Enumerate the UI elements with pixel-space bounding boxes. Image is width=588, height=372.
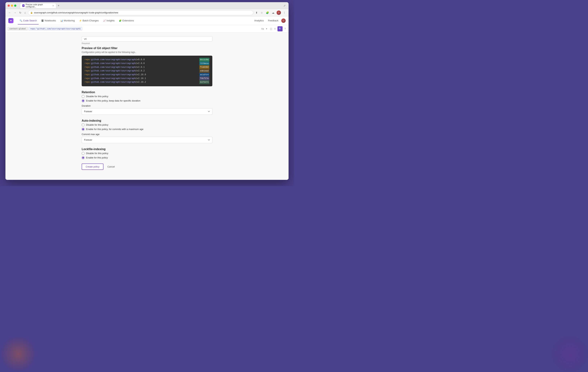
auto-indexing-section: Auto-indexing Disable for this policy En… [82, 119, 212, 143]
close-button[interactable] [8, 5, 10, 7]
git-repo-label: repo: [84, 77, 91, 80]
git-row: repo:github.com/sourcegraph/sourcegraph@… [84, 80, 210, 84]
cancel-button[interactable]: Cancel [105, 164, 117, 170]
nav-item-code-search[interactable]: 🔍 Code Search [18, 18, 39, 23]
retention-enable-option[interactable]: Enable for this policy, keep data for sp… [82, 99, 212, 102]
top-input-value: v4 [84, 38, 87, 40]
share-icon[interactable]: ⬆ [255, 10, 258, 15]
browser-actions: ⬆ ☆ 🧩 ☁ U ⋮ [255, 10, 286, 15]
nav-right: Analytics Feedback U [253, 18, 286, 23]
extensions-icon[interactable]: 🧩 [265, 10, 270, 15]
git-hash: ac1d7c4 [199, 73, 210, 77]
git-tag: v2.10.0 [137, 73, 146, 76]
retention-enable-label: Enable for this policy, keep data for sp… [86, 99, 140, 102]
active-tab[interactable]: ✦ Precise code graph configurat... ✕ [20, 3, 56, 8]
url-bar[interactable]: 🔒 sourcegraph.com/github.com/sourcegraph… [28, 10, 253, 15]
git-row: repo:github.com/sourcegraph/sourcegraph@… [84, 65, 210, 69]
repo-filter-tag[interactable]: repo:^github\.com/sourcegraph/sourcegrap… [29, 27, 82, 30]
git-tag: v2.10.2 [137, 81, 146, 83]
window-control-icon[interactable]: ⤢ [283, 3, 286, 8]
notebooks-nav-icon: 📓 [41, 20, 44, 22]
nav-item-insights[interactable]: 📈 Insights [101, 18, 116, 23]
auto-indexing-disable-radio[interactable] [82, 123, 84, 126]
git-tag: v2.0.1 [137, 66, 145, 69]
git-hash: 7278eca [199, 62, 210, 65]
create-policy-button[interactable]: Create policy [82, 163, 104, 170]
nav-items: 🔍 Code Search 📓 Notebooks 📊 Monitoring ⚡… [18, 18, 248, 23]
auto-indexing-disable-option[interactable]: Disable for this policy [82, 123, 212, 126]
retention-disable-option[interactable]: Disable for this policy [82, 95, 212, 98]
duration-select[interactable]: Forever 1 year 6 months 3 months 1 month [82, 108, 212, 115]
git-tag: v2.10.1 [137, 77, 146, 80]
commit-max-age-label: Commit max age [82, 133, 212, 136]
tab-bar: ✦ Precise code graph configurat... ✕ + [20, 3, 281, 8]
tab-close-icon[interactable]: ✕ [52, 5, 54, 7]
search-bar: context:global repo:^github\.com/sourceg… [5, 25, 289, 33]
back-button[interactable]: ← [8, 10, 12, 15]
feedback-nav-item[interactable]: Feedback [267, 18, 280, 23]
new-tab-button[interactable]: + [57, 4, 60, 7]
retention-enable-radio[interactable] [82, 99, 84, 102]
lockfile-enable-option[interactable]: Enable for this policy [82, 156, 212, 159]
search-submit-button[interactable]: 🔍 [277, 26, 283, 31]
minimize-button[interactable] [11, 5, 13, 7]
retention-radio-group: Disable for this policy Enable for this … [82, 95, 212, 102]
more-options-icon[interactable]: ⋮ [282, 10, 286, 15]
git-repo-label: repo: [84, 62, 91, 65]
user-avatar-nav[interactable]: U [281, 19, 286, 23]
code-search-label: Code Search [23, 19, 37, 22]
tab-title: Precise code graph configurat... [26, 3, 51, 8]
profile-sync-icon[interactable]: ☁ [271, 10, 275, 15]
context-tag[interactable]: context:global [8, 27, 28, 30]
retention-disable-label: Disable for this policy [86, 95, 108, 98]
git-preview-desc: Configuration policy will be applied to … [82, 51, 212, 53]
bracket-icon[interactable]: [ ] [269, 27, 273, 31]
git-row: repo:github.com/sourcegraph/sourcegraph@… [84, 77, 210, 80]
user-avatar[interactable]: U [277, 10, 281, 15]
url-text: sourcegraph.com/github.com/sourcegraph/s… [34, 11, 118, 14]
search-nav-icon: 🔍 [20, 20, 22, 22]
lockfile-disable-option[interactable]: Disable for this policy [82, 152, 212, 155]
smart-search-icon[interactable]: ✦ [265, 27, 268, 31]
app-logo[interactable]: ✦ [8, 18, 13, 23]
lockfile-disable-radio[interactable] [82, 152, 84, 155]
git-path: github.com/sourcegraph/sourcegraph [91, 66, 136, 69]
commit-max-age-select[interactable]: Forever 1 year 6 months 3 months 1 month [82, 137, 212, 143]
git-hash: fca930d [199, 65, 210, 69]
help-icon[interactable]: ? [284, 27, 286, 31]
git-repo-label: repo: [84, 66, 91, 69]
lockfile-enable-label: Enable for this policy [86, 156, 108, 159]
title-bar: ✦ Precise code graph configurat... ✕ + ⤢ [5, 2, 289, 9]
forward-button[interactable]: → [13, 10, 17, 15]
reload-button[interactable]: ↻ [19, 10, 22, 15]
git-repo-label: repo: [84, 70, 91, 72]
auto-indexing-disable-label: Disable for this policy [86, 123, 108, 126]
nav-item-extensions[interactable]: 🧩 Extensions [117, 18, 136, 23]
git-path: github.com/sourcegraph/sourcegraph [91, 62, 136, 65]
lockfile-enable-radio[interactable] [82, 156, 84, 159]
auto-indexing-title: Auto-indexing [82, 119, 212, 122]
auto-indexing-enable-option[interactable]: Enable for this policy, for commits with… [82, 128, 212, 131]
address-bar: ← → ↻ ⌂ 🔒 sourcegraph.com/github.com/sou… [5, 9, 289, 16]
retention-disable-radio[interactable] [82, 95, 84, 98]
nav-item-monitoring[interactable]: 📊 Monitoring [58, 18, 77, 23]
git-tag: v2.0.0 [137, 62, 145, 65]
nav-item-notebooks[interactable]: 📓 Notebooks [39, 18, 58, 23]
git-tag: v0.0.0 [137, 58, 145, 61]
git-row: repo:github.com/sourcegraph/sourcegraph@… [84, 58, 210, 62]
notebooks-label: Notebooks [45, 19, 56, 22]
tab-favicon: ✦ [22, 4, 24, 7]
search-input[interactable] [83, 26, 261, 31]
git-row: repo:github.com/sourcegraph/sourcegraph@… [84, 73, 210, 77]
auto-indexing-enable-label: Enable for this policy, for commits with… [86, 128, 143, 131]
analytics-nav-item[interactable]: Analytics [253, 18, 265, 23]
auto-indexing-enable-radio[interactable] [82, 128, 84, 131]
git-path: github.com/sourcegraph/sourcegraph [91, 70, 136, 72]
nav-item-batch-changes[interactable]: ⚡ Batch Changes [77, 18, 101, 23]
git-path: github.com/sourcegraph/sourcegraph [91, 73, 136, 76]
home-button[interactable]: ⌂ [24, 10, 27, 15]
bookmark-icon[interactable]: ☆ [260, 10, 264, 15]
lockfile-section: Lockfile-indexing Disable for this polic… [82, 148, 212, 159]
copy-icon[interactable]: ⎘ [274, 27, 276, 31]
maximize-button[interactable] [14, 5, 16, 7]
